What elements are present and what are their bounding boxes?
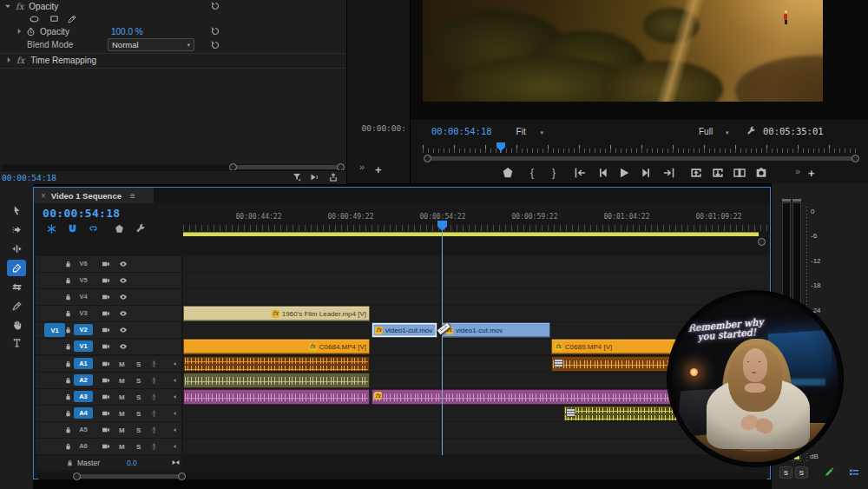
export-icon[interactable] (328, 172, 339, 182)
lock-icon[interactable] (64, 409, 72, 418)
zoom-level-dropdown[interactable]: Fit ▾ (516, 127, 543, 136)
ellipse-mask-icon[interactable] (27, 14, 42, 24)
voiceover-mic-icon[interactable] (150, 442, 158, 451)
toggle-track-output-eye-icon[interactable] (118, 293, 128, 301)
settings-wrench-icon[interactable] (746, 126, 756, 136)
go-to-in-icon[interactable] (573, 166, 587, 180)
track-lane-v5[interactable] (183, 273, 770, 288)
reset-blend-icon[interactable] (210, 40, 220, 50)
sync-lock-icon[interactable] (101, 409, 111, 418)
voiceover-mic-icon[interactable] (150, 376, 158, 385)
track-target-a1[interactable]: A1 (74, 358, 93, 369)
track-target-a4[interactable]: A4 (74, 407, 93, 419)
rect-mask-icon[interactable] (49, 14, 60, 23)
sync-lock-icon[interactable] (101, 342, 111, 351)
lock-icon[interactable] (64, 393, 72, 401)
tab-video-1-sequence[interactable]: × Video 1 Sequence ≡ (34, 188, 154, 203)
pm-playhead[interactable] (496, 142, 505, 151)
mute-button[interactable]: M (119, 360, 125, 368)
track-target-v3[interactable]: V3 (74, 307, 93, 319)
sync-lock-icon[interactable] (101, 442, 111, 451)
lock-icon[interactable] (64, 426, 72, 434)
filter-icon[interactable] (292, 172, 302, 182)
clip-1960-s-film-leader-mp4-v-[interactable]: fx1960's Film Leader.mp4 [V] (183, 306, 370, 321)
close-icon[interactable]: × (41, 191, 46, 201)
audio-clip-a2[interactable] (183, 373, 370, 388)
blend-mode-dropdown[interactable]: Normal ▾ (108, 38, 194, 51)
mark-in-icon[interactable]: { (525, 166, 539, 180)
clip-c0684-mp4-v-[interactable]: fxC0684.MP4 [V] (183, 339, 370, 354)
audio-clip-a1[interactable] (183, 356, 370, 372)
track-lane-a6[interactable] (183, 439, 770, 454)
edit-pencil-icon[interactable] (824, 466, 835, 478)
timeline-scrollbar[interactable] (37, 473, 768, 479)
track-options-arrow-icon[interactable] (172, 443, 178, 450)
lift-icon[interactable] (689, 166, 703, 180)
opacity-value[interactable]: 100.0 % (111, 27, 143, 36)
sync-lock-icon[interactable] (101, 426, 111, 434)
lock-icon[interactable] (64, 260, 72, 268)
add-icon[interactable]: + (375, 163, 382, 176)
lock-icon[interactable] (64, 309, 72, 318)
solo-button[interactable]: S (136, 426, 141, 434)
export-frame-icon[interactable] (754, 166, 768, 180)
track-target-v4[interactable]: V4 (74, 291, 93, 302)
lock-icon[interactable] (64, 376, 72, 385)
track-options-arrow-icon[interactable] (172, 360, 178, 367)
slip-tool[interactable] (7, 279, 26, 295)
sync-lock-icon[interactable] (101, 360, 111, 368)
comparison-view-icon[interactable] (733, 166, 746, 180)
sync-lock-icon[interactable] (101, 276, 111, 285)
toggle-track-output-eye-icon[interactable] (118, 276, 128, 285)
track-options-arrow-icon[interactable] (172, 377, 178, 384)
play-icon[interactable] (617, 166, 631, 180)
track-target-v1[interactable]: V1 (74, 340, 93, 352)
add-icon[interactable]: + (808, 167, 815, 180)
track-target-v2[interactable]: V2 (74, 324, 93, 335)
track-target-a2[interactable]: A2 (74, 374, 93, 386)
solo-button[interactable]: S (136, 360, 141, 368)
lock-icon[interactable] (64, 276, 72, 285)
track-options-arrow-icon[interactable] (172, 410, 178, 417)
linked-selection-icon[interactable] (88, 223, 99, 235)
solo-button[interactable]: S (136, 410, 141, 418)
lock-icon[interactable] (64, 360, 72, 368)
solo-button[interactable]: S (136, 443, 141, 451)
type-tool[interactable] (7, 334, 26, 351)
selection-tool[interactable] (7, 202, 26, 219)
razor-tool[interactable] (7, 260, 26, 276)
reset-opacity-icon[interactable] (210, 26, 220, 36)
work-area-bar[interactable] (183, 232, 759, 236)
extract-icon[interactable] (711, 166, 725, 180)
ec-timecode[interactable]: 00:00:54:18 (2, 173, 56, 182)
track-lane-v6[interactable] (183, 256, 770, 272)
solo-button[interactable]: S (136, 393, 141, 401)
master-volume-value[interactable]: 0.0 (127, 459, 137, 467)
step-back-icon[interactable] (595, 166, 609, 180)
track-target-v5[interactable]: V5 (74, 274, 93, 286)
meter-solo-button[interactable]: S (795, 466, 808, 479)
lock-icon[interactable] (66, 459, 74, 467)
voiceover-mic-icon[interactable] (150, 360, 158, 368)
toggle-track-output-eye-icon[interactable] (118, 309, 128, 318)
panel-menu-icon[interactable]: ≡ (130, 191, 135, 201)
track-lane-v4[interactable] (183, 289, 770, 305)
snap-icon[interactable] (67, 223, 78, 235)
pm-scrollbar[interactable] (423, 155, 859, 162)
track-select-forward-tool[interactable] (7, 221, 26, 238)
add-marker-icon[interactable] (501, 166, 515, 180)
ec-horizontal-scrollbar[interactable] (2, 164, 344, 170)
toggle-track-output-eye-icon[interactable] (118, 260, 128, 268)
toggle-track-output-eye-icon[interactable] (118, 326, 128, 334)
sync-lock-icon[interactable] (101, 376, 111, 385)
add-marker-icon[interactable] (114, 223, 125, 235)
panel-more-icon[interactable]: » (359, 162, 365, 172)
sync-lock-icon[interactable] (101, 309, 111, 318)
play-effects-icon[interactable] (309, 172, 319, 182)
settings-wrench-icon[interactable] (135, 223, 146, 235)
pm-current-time[interactable]: 00:00:54:18 (431, 126, 492, 136)
chevron-right-icon[interactable] (15, 27, 23, 36)
pen-mask-icon[interactable] (67, 14, 77, 24)
mute-button[interactable]: M (119, 377, 125, 385)
track-target-a6[interactable]: A6 (74, 440, 93, 452)
